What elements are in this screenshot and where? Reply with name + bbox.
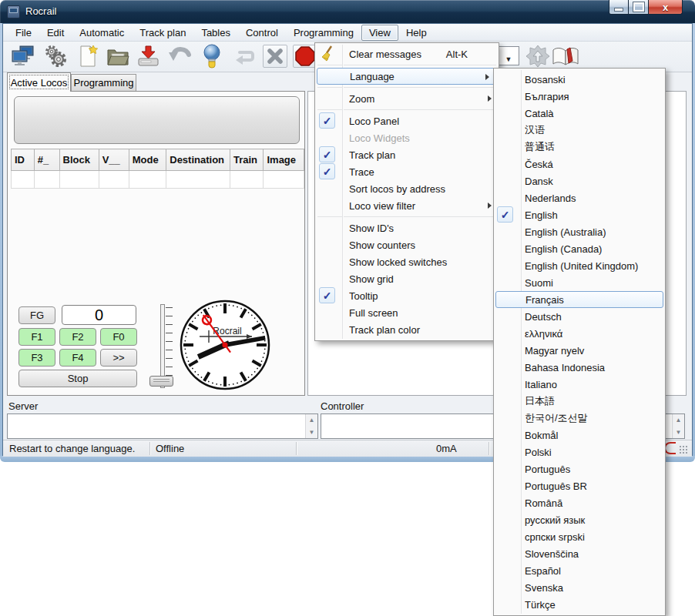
- table-row[interactable]: [12, 171, 304, 189]
- minimize-button[interactable]: [609, 0, 629, 15]
- new-file-icon[interactable]: [74, 43, 102, 69]
- menu-control[interactable]: Control: [238, 25, 286, 41]
- language-item-slovenščina[interactable]: Slovenščina: [494, 545, 665, 562]
- language-item-français[interactable]: Français: [495, 291, 663, 308]
- column-header-v[interactable]: V__: [99, 149, 129, 171]
- language-item-汉语[interactable]: 汉语: [494, 122, 665, 139]
- language-item-english[interactable]: ✓English: [494, 206, 665, 223]
- language-item-dansk[interactable]: Dansk: [494, 172, 665, 189]
- properties-gears-icon[interactable]: [42, 43, 69, 69]
- language-item-한국어-조선말[interactable]: 한국어/조선말: [494, 410, 665, 427]
- save-icon[interactable]: [135, 43, 163, 69]
- menu-item-loco-panel[interactable]: ✓Loco Panel: [315, 112, 499, 129]
- menu-item-clear-messages[interactable]: Clear messagesAlt-K: [315, 45, 499, 62]
- language-item-polski[interactable]: Polski: [494, 444, 665, 460]
- scroll-up-icon[interactable]: ▲: [307, 415, 317, 425]
- menu-edit[interactable]: Edit: [39, 25, 72, 41]
- menu-item-zoom[interactable]: Zoom: [315, 90, 499, 107]
- menu-item-full-screen[interactable]: Full screen: [315, 304, 499, 321]
- maximize-button[interactable]: [629, 0, 649, 15]
- menu-view[interactable]: View: [361, 25, 398, 41]
- language-item-suomi[interactable]: Suomi: [494, 274, 665, 291]
- resize-grip-icon[interactable]: [679, 445, 689, 454]
- language-item-magyar-nyelv[interactable]: Magyar nyelv: [494, 342, 665, 359]
- column-header-block[interactable]: Block: [59, 149, 99, 171]
- menu-item-show-grid[interactable]: Show grid: [315, 270, 499, 287]
- menu-item-sort-locos-by-address[interactable]: Sort locos by address: [315, 180, 499, 197]
- column-header-mode[interactable]: Mode: [129, 149, 166, 171]
- language-item-česká[interactable]: Česká: [494, 156, 665, 172]
- menu-item-tooltip[interactable]: ✓Tooltip: [315, 287, 499, 304]
- menu-programming[interactable]: Programming: [286, 25, 361, 41]
- language-item-ελληνικά[interactable]: ελληνικά: [494, 325, 665, 342]
- stop-button[interactable]: Stop: [18, 370, 137, 387]
- tab-programming-label: Programming: [73, 77, 133, 89]
- throttle-slider-handle[interactable]: [149, 376, 173, 387]
- language-combo[interactable]: ▼: [498, 46, 519, 65]
- fg-button[interactable]: FG: [18, 306, 55, 324]
- language-item-italiano[interactable]: Italiano: [494, 376, 665, 393]
- language-item-türkçe[interactable]: Türkçe: [494, 596, 665, 613]
- language-item-português[interactable]: Português: [494, 460, 665, 477]
- column-header-[interactable]: #_: [34, 149, 59, 171]
- menu-item-show-counters[interactable]: Show counters: [315, 236, 499, 253]
- help-book-icon[interactable]: [552, 43, 579, 69]
- scroll-down-icon[interactable]: ▼: [673, 427, 683, 437]
- language-item-svenska[interactable]: Svenska: [494, 579, 665, 596]
- server-log[interactable]: ▲ ▼: [7, 413, 318, 439]
- server-scrollbar[interactable]: ▲ ▼: [305, 414, 317, 438]
- workstation-icon[interactable]: [9, 43, 37, 69]
- reconnect-icon[interactable]: [230, 43, 258, 69]
- language-item-español[interactable]: Español: [494, 562, 665, 579]
- menu-item-loco-view-filter[interactable]: Loco view filter: [315, 197, 499, 214]
- language-item-nederlands[interactable]: Nederlands: [494, 189, 665, 206]
- scroll-up-icon[interactable]: ▲: [673, 415, 683, 425]
- controller-scrollbar[interactable]: ▲ ▼: [672, 414, 684, 438]
- language-item-bosanski[interactable]: Bosanski: [494, 71, 665, 88]
- menu-automatic[interactable]: Automatic: [72, 25, 132, 41]
- menu-item-show-locked-switches[interactable]: Show locked switches: [315, 253, 499, 270]
- language-item-english-australia[interactable]: English (Australia): [494, 223, 665, 240]
- language-item-普通话[interactable]: 普通话: [494, 139, 665, 156]
- language-item-română[interactable]: Română: [494, 494, 665, 511]
- language-item-bahasa-indonesia[interactable]: Bahasa Indonesia: [494, 359, 665, 376]
- language-item-српски-srpski[interactable]: српски srpski: [494, 528, 665, 545]
- function-button-f2[interactable]: F2: [59, 328, 96, 346]
- column-header-id[interactable]: ID: [12, 149, 35, 171]
- update-badge-icon[interactable]: [524, 43, 552, 69]
- menu-item-track-plan-color[interactable]: Track plan color: [315, 321, 499, 338]
- open-folder-icon[interactable]: [104, 43, 132, 69]
- menu-item-track-plan[interactable]: ✓Track plan: [315, 146, 499, 163]
- tab-programming[interactable]: Programming: [71, 74, 136, 92]
- language-item-português-br[interactable]: Português BR: [494, 477, 665, 494]
- language-item-english-united-kingdom[interactable]: English (United Kingdom): [494, 257, 665, 274]
- menu-tables[interactable]: Tables: [193, 25, 238, 41]
- function-button-f4[interactable]: F4: [59, 349, 96, 367]
- language-item-deutsch[interactable]: Deutsch: [494, 308, 665, 325]
- menu-item-trace[interactable]: ✓Trace: [315, 163, 499, 180]
- language-item-català[interactable]: Català: [494, 105, 665, 122]
- column-header-destination[interactable]: Destination: [166, 149, 230, 171]
- close-button[interactable]: x: [649, 0, 683, 15]
- column-header-train[interactable]: Train: [230, 149, 264, 171]
- language-item-日本語[interactable]: 日本語: [494, 393, 665, 410]
- function-button-more[interactable]: >>: [100, 349, 137, 367]
- language-item-bokmål[interactable]: Bokmål: [494, 427, 665, 444]
- disconnect-x-icon[interactable]: [263, 45, 287, 68]
- menu-item-show-id-s[interactable]: Show ID's: [315, 219, 499, 236]
- menu-track-plan[interactable]: Track plan: [132, 25, 193, 41]
- language-item-българия[interactable]: България: [494, 88, 665, 105]
- power-lamp-icon[interactable]: [198, 43, 226, 69]
- scroll-down-icon[interactable]: ▼: [307, 427, 317, 437]
- function-button-f1[interactable]: F1: [18, 328, 55, 346]
- tab-active-locos[interactable]: Active Locos: [7, 72, 71, 92]
- undo-icon[interactable]: [166, 43, 193, 69]
- function-button-f3[interactable]: F3: [18, 349, 55, 367]
- language-item-русский-язык[interactable]: русский язык: [494, 511, 665, 528]
- menu-file[interactable]: File: [8, 25, 39, 41]
- menu-item-language[interactable]: Language: [317, 68, 497, 85]
- language-item-english-canada[interactable]: English (Canada): [494, 240, 665, 257]
- function-button-f0[interactable]: F0: [100, 328, 137, 346]
- column-header-image[interactable]: Image: [264, 149, 304, 171]
- menu-help[interactable]: Help: [398, 25, 435, 41]
